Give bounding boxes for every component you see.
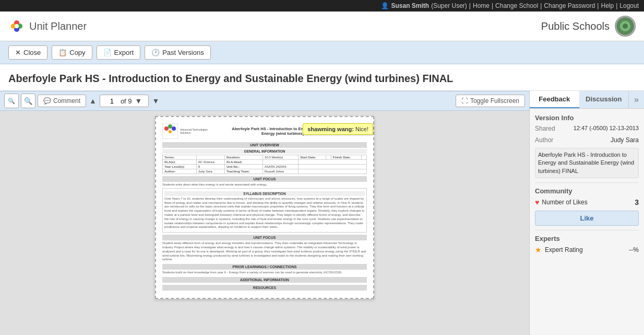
page-prev-button[interactable]: ▲ [88, 97, 98, 105]
school-area: Public Schools [541, 16, 636, 37]
fullscreen-button[interactable]: ⛶ Toggle Fullscreen [456, 95, 525, 107]
doc-unit-focus2-header: UNIT FOCUS [162, 235, 367, 240]
copy-button[interactable]: 📋 Copy [52, 45, 92, 60]
top-navigation: 👤 Susan Smith (Super User) | Home | Chan… [0, 0, 644, 11]
author-name-right: Judy Sara [611, 136, 639, 144]
like-btn-label: Like [580, 214, 593, 222]
author-label: Author: [163, 169, 197, 174]
kla-head-label: KLA Head: [224, 160, 263, 165]
doc-resources-header: RESOURCES [162, 285, 367, 291]
document-area[interactable]: Advanced TechnologiesSolutions Aberfoyle… [0, 111, 529, 335]
zoom-in-button[interactable]: 🔍 [21, 94, 35, 108]
nav-help[interactable]: Help [601, 2, 614, 9]
duration-value: 10.0 Week(s) [263, 155, 298, 160]
nav-separator: | [469, 2, 471, 9]
copy-icon: 📋 [58, 49, 67, 56]
doc-org-name: Advanced TechnologiesSolutions [180, 128, 208, 134]
doc-unit-focus-text: Students write down what they energy is … [162, 183, 367, 187]
nav-change-password[interactable]: Change Password [544, 2, 595, 9]
main-content: 🔍 🔍 💬 Comment ▲ of 9 ▼ ▼ ⛶ Toggle Fullsc… [0, 91, 644, 335]
page-title: Aberfoyle Park HS - Introduction to Ener… [8, 72, 636, 85]
doc-prior-learnings-text: Students build on their knowledge from y… [162, 271, 367, 275]
doc-syllabus-header: SYLLABUS DESCRIPTION [164, 191, 365, 196]
app-header: Unit Planner Public Schools [0, 11, 644, 41]
comment-icon: 💬 [43, 97, 51, 105]
comment-button[interactable]: 💬 Comment [38, 95, 86, 107]
doc-syllabus-text: Over Years 7 to 10, students develop the… [164, 197, 365, 229]
author-value: Judy Sara [196, 169, 224, 174]
right-panel-content: Version Info Shared 12:47 (-0500) 12-13-… [530, 109, 644, 335]
nav-separator: | [492, 2, 493, 9]
user-icon: 👤 [381, 2, 389, 9]
likes-text: Number of Likes [542, 199, 587, 206]
app-title: Unit Planner [29, 20, 87, 32]
doc-unit-overview-header: UNIT OVERVIEW [162, 142, 367, 148]
divider-2 [535, 230, 639, 230]
terms-value [196, 155, 224, 160]
doc-prior-learnings-header: PRIOR LEARNINGS / CONNECTIONS [162, 264, 367, 270]
shared-label: Shared [535, 125, 555, 132]
nav-separator: | [616, 2, 617, 9]
svg-point-4 [15, 24, 19, 28]
unit-name-display: Aberfoyle Park HS - Introduction to Ener… [535, 148, 639, 178]
doc-unit-focus2-text: Student study different form of energy a… [162, 241, 367, 262]
version-info-title: Version Info [535, 114, 639, 122]
shared-date: 12:47 (-0500) 12-13-2013 [574, 125, 639, 131]
nav-logout[interactable]: Logout [619, 2, 639, 9]
kla-label: KLA(s): [163, 160, 197, 165]
finish-date-label: Finish Date: [331, 155, 361, 160]
viewer-toolbar: 🔍 🔍 💬 Comment ▲ of 9 ▼ ▼ ⛶ Toggle Fullsc… [0, 91, 529, 111]
copy-label: Copy [69, 49, 85, 56]
annotation-text: Nice! [354, 126, 368, 132]
page-number-input[interactable] [105, 97, 118, 105]
doc-additional-info-header: ADDITIONAL INFORMATION [162, 277, 367, 283]
history-icon: 🕐 [151, 49, 160, 56]
zoom-out-button[interactable]: 🔍 [4, 94, 19, 108]
document-page: Advanced TechnologiesSolutions Aberfoyle… [155, 116, 374, 299]
doc-org-logo [162, 123, 178, 139]
expert-rating-value: --% [629, 246, 639, 253]
document-toolbar: ✕ Close 📋 Copy 📄 Export 🕐 Past Versions [0, 41, 644, 64]
document-viewer: 🔍 🔍 💬 Comment ▲ of 9 ▼ ▼ ⛶ Toggle Fullsc… [0, 91, 529, 335]
like-button[interactable]: Like [535, 211, 639, 226]
kla-head-value [263, 160, 298, 165]
school-name: Public Schools [541, 20, 610, 32]
doc-general-info-header: GENERAL INFORMATION [162, 149, 367, 154]
svg-point-12 [169, 130, 172, 133]
svg-point-9 [164, 126, 169, 131]
zoom-in-icon: 🔍 [24, 97, 33, 105]
community-section: Community ♥ Number of Likes 3 Like [535, 187, 639, 226]
likes-label: ♥ Number of Likes [535, 198, 588, 206]
past-versions-button[interactable]: 🕐 Past Versions [145, 45, 211, 60]
start-date-value [326, 155, 331, 160]
expert-rating-row: ★ Expert Rating --% [535, 246, 639, 254]
doc-info-table: Terms: Duration: 10.0 Week(s) Start Date… [162, 155, 367, 174]
right-panel: Feedback Discussion » Version Info Share… [529, 91, 644, 335]
close-button[interactable]: ✕ Close [8, 45, 47, 60]
start-date-label: Start Date: [299, 155, 326, 160]
zoom-out-icon: 🔍 [8, 98, 15, 105]
page-next-button[interactable]: ▼ [151, 97, 160, 105]
nav-change-school[interactable]: Change School [495, 2, 538, 9]
page-indicator: of 9 ▼ [100, 95, 149, 107]
nav-home[interactable]: Home [473, 2, 490, 9]
tab-feedback[interactable]: Feedback [530, 91, 579, 108]
unit-no-label: Unit No.: [224, 165, 263, 169]
page-dropdown-button[interactable]: ▼ [134, 97, 144, 105]
tab-discussion[interactable]: Discussion [579, 91, 629, 108]
experts-title: Experts [535, 235, 639, 242]
star-icon: ★ [535, 246, 542, 254]
terms-label: Terms: [163, 155, 197, 160]
logo-area: Unit Planner [8, 18, 87, 34]
page-total: of 9 [121, 97, 132, 105]
page-title-area: Aberfoyle Park HS - Introduction to Ener… [0, 64, 644, 91]
tabs-next-button[interactable]: » [628, 91, 644, 108]
community-title: Community [535, 187, 639, 195]
fullscreen-icon: ⛶ [461, 97, 468, 105]
nav-separator: | [540, 2, 542, 9]
export-button[interactable]: 📄 Export [97, 45, 141, 60]
year-level-label: Year Level(s): [163, 165, 197, 169]
past-versions-label: Past Versions [162, 49, 204, 56]
annotation-bubble: shawming wang: Nice! [303, 123, 373, 135]
comment-label: Comment [53, 97, 80, 105]
